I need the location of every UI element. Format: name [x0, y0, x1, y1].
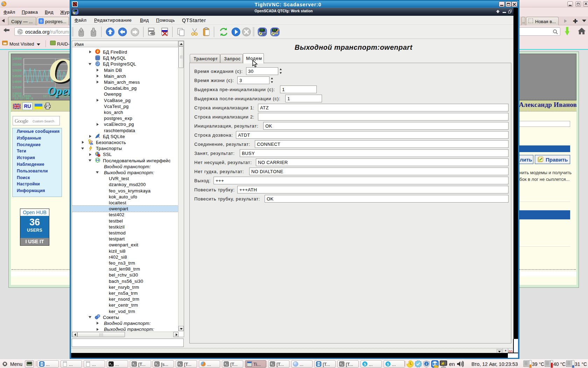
svg-text:12:17:00.0: 12:17:00.0: [14, 97, 33, 100]
svg-text:S: S: [387, 362, 389, 366]
svg-text:15500: 15500: [12, 63, 22, 67]
svg-text:14500: 14500: [12, 75, 22, 78]
svg-text:13500: 13500: [12, 86, 22, 89]
svg-text:S: S: [364, 362, 366, 366]
svg-text:16000: 16000: [12, 57, 22, 61]
svg-text:i: i: [426, 362, 427, 366]
svg-text:15000: 15000: [12, 69, 22, 73]
svg-text:14000: 14000: [12, 80, 22, 84]
